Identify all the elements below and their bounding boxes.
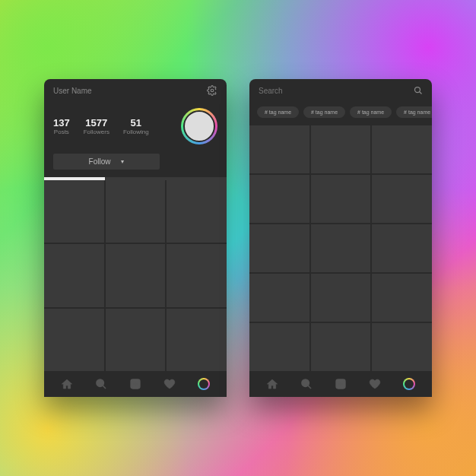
stat-following[interactable]: 51 Following bbox=[123, 117, 149, 135]
svg-point-0 bbox=[211, 89, 214, 92]
avatar[interactable] bbox=[181, 108, 217, 144]
followers-label: Followers bbox=[84, 129, 109, 135]
chevron-down-icon: ▾ bbox=[121, 158, 124, 165]
post-cell[interactable] bbox=[44, 309, 104, 371]
search-screen: # tag name # tag name # tag name # tag n… bbox=[249, 79, 432, 397]
following-count: 51 bbox=[131, 117, 141, 129]
svg-line-7 bbox=[420, 92, 422, 94]
search-icon[interactable] bbox=[414, 86, 423, 95]
avatar-image bbox=[183, 110, 215, 142]
profile-icon[interactable] bbox=[403, 378, 415, 390]
explore-cell[interactable] bbox=[249, 224, 309, 272]
explore-cell[interactable] bbox=[249, 175, 309, 223]
svg-line-2 bbox=[103, 386, 106, 389]
search-header bbox=[249, 79, 432, 102]
post-cell[interactable] bbox=[167, 309, 227, 371]
explore-cell[interactable] bbox=[311, 274, 371, 322]
home-icon[interactable] bbox=[266, 378, 278, 390]
post-cell[interactable] bbox=[106, 180, 166, 243]
explore-cell[interactable] bbox=[311, 323, 371, 371]
profile-header: User Name bbox=[44, 79, 227, 102]
svg-point-8 bbox=[302, 379, 309, 386]
tag-chip[interactable]: # tag name bbox=[257, 106, 299, 118]
explore-cell[interactable] bbox=[249, 274, 309, 322]
add-icon[interactable] bbox=[129, 378, 141, 390]
profile-screen: User Name 137 Posts 1577 Followers 51 Fo… bbox=[44, 79, 227, 397]
posts-grid bbox=[44, 180, 227, 371]
tag-chip[interactable]: # tag name bbox=[350, 106, 392, 118]
posts-count: 137 bbox=[53, 117, 70, 129]
search-icon[interactable] bbox=[95, 378, 107, 390]
following-label: Following bbox=[123, 129, 149, 135]
explore-cell[interactable] bbox=[372, 125, 432, 173]
heart-icon[interactable] bbox=[369, 378, 381, 390]
posts-label: Posts bbox=[54, 129, 69, 135]
bottom-nav bbox=[249, 371, 432, 397]
post-cell[interactable] bbox=[106, 309, 166, 371]
post-cell[interactable] bbox=[106, 244, 166, 306]
stat-followers[interactable]: 1577 Followers bbox=[84, 117, 109, 135]
stats-row: 137 Posts 1577 Followers 51 Following bbox=[44, 102, 227, 151]
svg-line-9 bbox=[308, 386, 311, 389]
post-cell[interactable] bbox=[167, 244, 227, 306]
search-icon[interactable] bbox=[300, 378, 313, 390]
profile-icon[interactable] bbox=[198, 378, 210, 390]
gear-icon[interactable] bbox=[207, 85, 217, 96]
search-input[interactable] bbox=[259, 87, 414, 95]
explore-cell[interactable] bbox=[311, 224, 371, 272]
svg-point-1 bbox=[97, 379, 103, 386]
post-cell[interactable] bbox=[44, 180, 104, 243]
follow-button-label: Follow bbox=[89, 157, 111, 166]
followers-count: 1577 bbox=[85, 117, 107, 129]
stat-posts[interactable]: 137 Posts bbox=[53, 117, 70, 135]
username-title: User Name bbox=[53, 87, 207, 95]
explore-grid bbox=[249, 125, 432, 371]
tag-chip[interactable]: # tag name bbox=[396, 106, 432, 118]
add-icon[interactable] bbox=[335, 378, 347, 390]
explore-cell[interactable] bbox=[311, 175, 371, 223]
post-cell[interactable] bbox=[44, 244, 104, 306]
explore-cell[interactable] bbox=[372, 224, 432, 272]
svg-point-6 bbox=[415, 87, 420, 93]
explore-cell[interactable] bbox=[249, 125, 309, 173]
bottom-nav bbox=[44, 371, 227, 397]
explore-cell[interactable] bbox=[372, 175, 432, 223]
follow-button[interactable]: Follow ▾ bbox=[53, 154, 160, 170]
tag-chip[interactable]: # tag name bbox=[303, 106, 345, 118]
home-icon[interactable] bbox=[61, 378, 73, 390]
explore-cell[interactable] bbox=[249, 323, 309, 371]
heart-icon[interactable] bbox=[163, 378, 176, 390]
explore-cell[interactable] bbox=[311, 125, 371, 173]
explore-cell[interactable] bbox=[372, 274, 432, 322]
explore-cell[interactable] bbox=[372, 323, 432, 371]
tags-row: # tag name # tag name # tag name # tag n… bbox=[249, 102, 432, 125]
post-cell[interactable] bbox=[167, 180, 227, 243]
